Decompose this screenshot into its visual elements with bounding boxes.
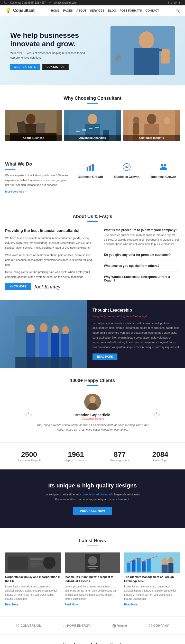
partner-icon-1: © [16,623,19,628]
card-about-business: About Business [5,110,62,141]
svg-point-23 [133,117,139,124]
thought-subtitle: Everybody has something important to say… [92,315,180,318]
stat-projects: 2500 Successful Projects [17,450,41,462]
news-title: Latest News [5,538,180,543]
avatar [84,394,101,410]
what-we-do-section: What We Do We are experts in this indust… [0,151,185,204]
service-title-1: Business Growth [74,175,107,179]
faq-col: What is the procedure to join with your … [104,228,180,290]
next-testimonial-button[interactable]: › [153,409,160,416]
social-links[interactable]: f y g+ in [168,1,181,4]
faq-question-3[interactable]: What makes you special from others? [104,264,180,268]
purchase-button[interactable]: PURCHASE NOW [73,507,112,515]
thought-text: Thought Leadership Everybody has somethi… [87,300,185,368]
hero-description: With over 10 years of experience helping… [10,51,92,60]
nav-home[interactable]: HOME [51,9,59,12]
hero-title: We help businesses innovate and grow. [10,31,92,48]
news-text-3: Lorem ipsum dolor sit amet, consectetur … [124,585,180,601]
search-icon[interactable]: 🔍 [175,8,180,13]
partner-icon-4: © [149,623,152,628]
svg-rect-69 [169,563,174,573]
nav-contact[interactable]: CONTACT [145,9,159,12]
why-title: Why Choosing Consultant [5,96,180,101]
thought-paragraph: Sed ut perspiciatis unde omnis iste natu… [92,321,180,350]
stat-customers-number: 1961 [64,450,87,459]
svg-point-33 [161,164,163,167]
clients-title: 1000+ Happy Clients [5,378,180,383]
partner-4: © COMPANY [149,623,169,628]
svg-point-66 [162,558,168,565]
faq-question-1[interactable]: What is the procedure to join with your … [104,228,180,232]
cta-link[interactable]: consectetur adipiscing elit [80,493,113,496]
svg-rect-52 [30,563,42,565]
header: 💡 Consultant HOME PAGES ABOUT SERVICES B… [0,5,185,16]
facebook-icon[interactable]: f [168,1,169,4]
gplus-icon[interactable]: g+ [174,1,177,4]
service-title-2: Business Growth [110,175,143,179]
testimonial-text: They bring a wealth of knowledge as well… [36,423,149,432]
nav-pages[interactable]: PAGES [63,9,73,12]
svg-rect-4 [154,49,162,51]
contact-us-button[interactable]: CONTACT US [42,64,69,70]
nav-post-formats[interactable]: POST FORMATS [120,9,142,12]
what-description: We are experts in this industry with ove… [5,173,69,187]
know-more-button[interactable]: KNOW MORE [5,283,31,290]
linkedin-icon[interactable]: in [179,1,181,4]
news-title-3: The Ultimate Management of Foreign Excha… [124,575,180,583]
testimonial-wrapper: ‹ Brandon Copperfield - Customer Senator… [5,394,180,432]
youtube-icon[interactable]: y [171,1,172,4]
clients-underline [87,385,98,386]
about-faq-section: About Us & FAQ's Providing the best fina… [0,204,185,300]
cta-banner: Its unique & high quality designs Lorem … [0,469,185,528]
faq-item-3: What makes you special from others? [104,264,180,271]
nav-about[interactable]: ABOUT [76,9,86,12]
partner-name-1: CONVERSION [21,624,41,628]
stats-row: 2500 Successful Projects 1961 Happy Cust… [5,450,180,462]
cta-title: Its unique & high quality designs [5,482,180,489]
more-services-link[interactable]: More services > [5,190,26,193]
svg-rect-62 [132,560,136,572]
what-title: What We Do [5,161,69,167]
stat-customers: 1961 Happy Customers [64,450,87,462]
news-read-more-2[interactable]: Read More [65,603,78,606]
svg-point-1 [139,31,154,49]
card-insights: Customer Insights [123,110,180,141]
testimonial-name: Brandon Copperfield [36,413,149,417]
about-heading: Providing the best financial consultants… [5,228,96,233]
svg-rect-50 [30,558,43,560]
svg-point-40 [52,325,59,334]
news-grid: Corporate tax policy and incorporation i… [5,552,180,606]
service-icon-3 [158,161,169,173]
service-item-1: Business Growth [74,161,107,179]
svg-rect-51 [30,561,40,563]
svg-rect-17 [89,128,92,129]
news-read-more-1[interactable]: Read More [5,603,18,606]
svg-rect-67 [162,565,168,573]
nav-services[interactable]: SERVICES [90,9,104,12]
cta-text: Lorem ipsum dolor sit amet, consectetur … [5,492,180,502]
svg-rect-30 [92,164,94,171]
partner-1: © CONVERSION [16,623,41,628]
about-faq-underline [87,221,98,222]
partner-icon-2: ⌂ [63,623,66,628]
phone-number: Customer Care (888) 123-4567 [10,1,46,4]
prev-testimonial-button[interactable]: ‹ [25,409,32,416]
meet-experts-button[interactable]: MEET EXPERTS [10,64,40,70]
hero-person-image [110,26,175,75]
email-icon: ✉ [49,1,51,4]
stat-cups-number: 2084 [152,450,168,459]
faq-question-2[interactable]: Do you give any offer for premium custom… [104,253,180,257]
news-read-more-3[interactable]: Read More [124,603,137,606]
nav-blog[interactable]: BLOG [108,9,116,12]
logo[interactable]: 💡 Consultant [5,7,35,14]
svg-rect-15 [76,131,80,132]
news-image-3 [124,552,180,573]
read-more-button[interactable]: READ MORE [92,353,117,360]
thought-team-image [0,300,87,368]
main-nav: HOME PAGES ABOUT SERVICES BLOG POST FORM… [51,9,159,12]
hero-buttons: MEET EXPERTS CONTACT US [10,64,92,70]
faq-question-4[interactable]: Why Would a Successful Entrepreneur Hire… [104,275,180,282]
faq-answer-1: The monster builder of human happiness. … [104,233,180,247]
stat-hours: 877 Working Hours [110,450,129,462]
hero-text: We help businesses innovate and grow. Wi… [10,31,92,70]
